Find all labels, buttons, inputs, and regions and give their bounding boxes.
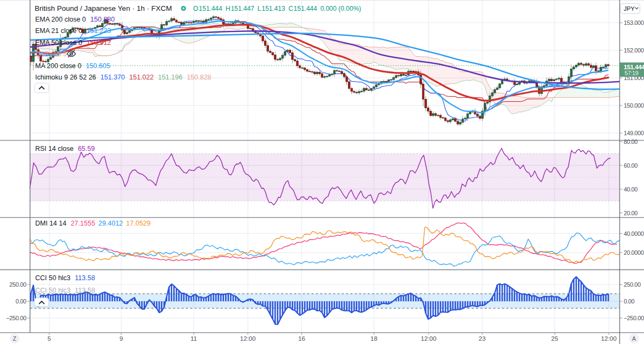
- svg-text:80.00: 80.00: [624, 138, 638, 145]
- svg-text:Z: Z: [13, 335, 17, 342]
- svg-text:DARVAS 5: DARVAS 5: [35, 50, 67, 58]
- svg-text:British Pound / Japanese Yen ·: British Pound / Japanese Yen · 1h · FXCM: [35, 4, 172, 12]
- svg-text:9: 9: [120, 335, 123, 342]
- svg-text:57:19: 57:19: [625, 70, 639, 76]
- svg-text:−250.00: −250.00: [624, 315, 644, 321]
- svg-text:5: 5: [48, 335, 51, 342]
- svg-text:0.00: 0.00: [16, 298, 27, 305]
- svg-text:MA 200 close 0150.605: MA 200 close 0150.605: [35, 62, 110, 70]
- svg-text:12:00: 12:00: [240, 335, 256, 342]
- svg-text:CCI 50 hlc3113.58: CCI 50 hlc3113.58: [35, 274, 95, 282]
- svg-text:A: A: [632, 335, 636, 342]
- svg-text:153.000: 153.000: [624, 19, 644, 26]
- svg-text:O151.444H151.447L151.413C151.4: O151.444H151.447L151.413C151.4440.000 (0…: [193, 5, 361, 12]
- svg-text:151.444: 151.444: [624, 64, 644, 70]
- svg-text:18: 18: [371, 335, 378, 342]
- svg-text:20.00: 20.00: [624, 210, 638, 216]
- svg-text:DMI 14 1427.155529.401217.0529: DMI 14 1427.155529.401217.0529: [35, 220, 150, 227]
- svg-text:60.00: 60.00: [624, 162, 638, 169]
- svg-text:152.000: 152.000: [624, 47, 644, 54]
- svg-text:EMA 200 close 0150.880: EMA 200 close 0150.880: [35, 16, 115, 23]
- svg-text:20.0000: 20.0000: [624, 249, 644, 256]
- svg-text:EMA 21 close 0151.223: EMA 21 close 0151.223: [35, 27, 111, 35]
- svg-text:250.00: 250.00: [624, 281, 641, 288]
- svg-text:CCI 50 hlc3113.58: CCI 50 hlc3113.58: [35, 287, 95, 294]
- svg-text:40.0000: 40.0000: [624, 230, 644, 237]
- svg-text:RSI 14 close65.59: RSI 14 close65.59: [35, 145, 95, 153]
- svg-text:149.000: 149.000: [624, 130, 644, 136]
- svg-text:23: 23: [479, 335, 486, 342]
- svg-text:16: 16: [298, 335, 305, 342]
- svg-text:150.000: 150.000: [624, 102, 644, 109]
- svg-text:EMA 50 close 0150.912: EMA 50 close 0150.912: [35, 39, 111, 47]
- svg-text:JPY: JPY: [624, 5, 635, 12]
- svg-text:40.00: 40.00: [624, 186, 638, 193]
- svg-text:12:00: 12:00: [421, 335, 437, 342]
- svg-text:11: 11: [190, 335, 197, 342]
- svg-text:12:00: 12:00: [601, 335, 617, 342]
- svg-text:25: 25: [551, 335, 558, 342]
- svg-text:250.00: 250.00: [9, 281, 27, 288]
- svg-text:0.00: 0.00: [624, 298, 635, 305]
- svg-text:−250.00: −250.00: [6, 315, 27, 321]
